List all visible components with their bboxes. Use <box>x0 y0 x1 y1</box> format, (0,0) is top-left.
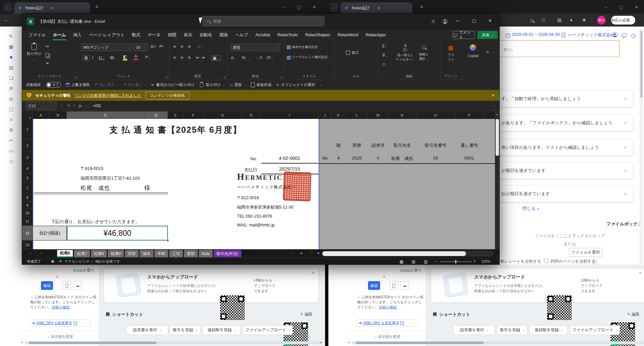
notification-item[interactable]: 払が期日を過ぎています› <box>489 186 633 202</box>
orientation-icon[interactable]: ⟋⌄ <box>197 44 203 49</box>
edit-shortcuts-button[interactable]: ✎編集 <box>627 311 640 317</box>
sheet-tab-松尾9[interactable]: 松尾9 <box>108 250 124 257</box>
rect-icon[interactable]: ▭ <box>9 148 13 153</box>
excel-search-box[interactable]: 検索 <box>202 16 324 26</box>
row-header-12[interactable]: 12 <box>22 226 33 241</box>
bold-button[interactable]: B <box>83 55 90 61</box>
column-header-O[interactable]: O <box>416 112 455 119</box>
scrollbar-thumb[interactable] <box>356 342 484 344</box>
ribbon-tab-挿入[interactable]: 挿入 <box>70 30 85 40</box>
column-header-C[interactable]: C <box>67 112 144 119</box>
formula-expand-icon[interactable]: ⌄ <box>493 104 495 107</box>
search-transaction-input[interactable]: さい。 <box>489 40 619 57</box>
more-sheets-icon[interactable]: ⋯ <box>289 251 293 255</box>
window-maximize-left[interactable]: ▢ <box>291 0 306 14</box>
chevron-right-icon[interactable]: › <box>625 190 626 196</box>
shortcut-button[interactable]: ファイルアップロード› <box>570 325 620 335</box>
align-top-icon[interactable]: ≡ <box>173 44 176 49</box>
mobile-button[interactable] <box>389 281 398 290</box>
account-icon[interactable] <box>443 19 448 25</box>
column-header-P[interactable]: P <box>455 112 484 119</box>
view-break-icon[interactable]: ▥ <box>424 259 427 264</box>
font-color-button[interactable]: A <box>134 54 138 60</box>
shortcut-button[interactable]: 取引を登録› <box>170 325 200 335</box>
dialog-launcher-icon[interactable]: ◿ <box>280 76 282 79</box>
row-header-7[interactable]: 7 <box>22 183 33 193</box>
underline-button[interactable]: U⌄ <box>99 55 104 60</box>
action-needed-button[interactable]: 対応が必要⋮ <box>611 16 635 25</box>
enable-content-button[interactable]: コンテンツの有効化 <box>145 92 189 99</box>
merge-center-button[interactable]: ▣⌄ <box>211 55 221 60</box>
sheet-tab-Asfa[interactable]: Asfa <box>199 250 213 257</box>
qat-more-icon[interactable]: ⌄ <box>320 83 322 87</box>
hscroll-left-icon[interactable]: ◀ <box>317 252 319 255</box>
column-header-J[interactable]: J <box>319 112 331 119</box>
row-header-8[interactable]: 8 <box>22 193 33 202</box>
zoom-level[interactable]: 115% <box>481 259 490 263</box>
close-warning-icon[interactable]: ✕ <box>492 93 495 98</box>
collapse-icon[interactable]: ∧ <box>383 274 385 279</box>
window-minimize-right[interactable]: ─ <box>598 0 613 14</box>
sheet-tab-松尾7[interactable]: 松尾7 <box>74 250 90 257</box>
font-size-select[interactable]: 16⌄ <box>134 44 148 51</box>
align-middle-icon[interactable]: ≡ <box>181 44 183 49</box>
shapes-button[interactable]: ▱図形⌄ <box>230 82 246 87</box>
sync-note-link[interactable]: 同期に関する留意事項↗ <box>30 319 91 327</box>
collapse-icon[interactable]: ∧ <box>56 274 58 279</box>
row-header-5[interactable]: 5 <box>22 173 33 183</box>
autosum-icon[interactable]: Σ⌄ <box>382 44 387 48</box>
folder-icon[interactable]: ❏ <box>9 76 13 80</box>
chat-icon[interactable] <box>622 33 627 39</box>
excel-close[interactable]: ✕ <box>488 18 492 23</box>
column-header-A[interactable]: A <box>33 112 49 119</box>
star-icon[interactable]: ☆ <box>541 17 546 23</box>
row-header-13[interactable]: 13 <box>22 241 33 249</box>
notification-item[interactable]: 良い項目があります。リストから確認しましょう› <box>489 139 633 156</box>
warning-link[interactable]: 詳細を確認 <box>379 305 397 309</box>
column-header-M[interactable]: M <box>368 112 388 119</box>
grid-corner[interactable]: ◢ <box>22 112 33 119</box>
align-center-icon[interactable]: ≡ <box>181 55 183 60</box>
chevron-right-icon[interactable]: › <box>625 95 626 101</box>
grow-font-icon[interactable]: A˄ <box>150 44 156 49</box>
sheet-tab-取引先(外注)[interactable]: 取引先(外注) <box>214 250 241 257</box>
chevron-right-icon[interactable]: › <box>625 144 626 150</box>
scrollbar-thumb[interactable] <box>640 31 643 98</box>
tab-search-chevron-left[interactable]: ⌄ <box>3 3 12 12</box>
user-icon[interactable] <box>612 32 617 39</box>
chevron-right-icon[interactable]: › <box>625 120 626 125</box>
tile-icon[interactable]: ■ <box>10 55 12 59</box>
ribbon-tab-ファイル[interactable]: ファイル <box>25 30 49 40</box>
ribbon-tab-開発[interactable]: 開発 <box>216 30 231 40</box>
find-select-button[interactable]: 検索と選択 ⌄ <box>419 44 429 61</box>
column-header-K[interactable]: K <box>331 112 346 119</box>
split-pdf-checkbox[interactable] <box>544 259 548 263</box>
reading-list-icon[interactable]: ▤ <box>557 17 561 23</box>
ribbon-tab-自動化[interactable]: 自動化 <box>196 30 216 40</box>
grid-icon[interactable]: ▦ <box>9 44 13 49</box>
page-scrollbar[interactable] <box>639 29 643 264</box>
column-header-B[interactable]: B <box>49 112 67 119</box>
search-icon[interactable]: ◎ <box>9 96 13 101</box>
tab-close-icon[interactable]: ✕ <box>377 6 380 10</box>
align-right-icon[interactable]: ≡ <box>188 55 191 60</box>
copy-icon[interactable] <box>46 52 49 58</box>
ribbon-tab-ホーム[interactable]: ホーム <box>49 30 70 40</box>
window-close-left[interactable]: ✕ <box>307 0 322 14</box>
scrollbar-thumb[interactable] <box>29 342 156 344</box>
dialog-launcher-icon[interactable]: ◿ <box>74 76 76 79</box>
row-header-9[interactable]: 9 <box>22 202 33 209</box>
ribbon-tab-校閲[interactable]: 校閲 <box>164 30 180 40</box>
notification-item[interactable]: す。「自動で経理」から登録しましょう› <box>489 91 633 107</box>
close-card-icon[interactable]: ✕ <box>312 271 315 275</box>
help-icon[interactable]: ? <box>631 32 636 38</box>
number-format-select[interactable]: 通貨⌄ <box>230 44 280 51</box>
list-icon[interactable]: ≡ <box>10 117 12 122</box>
align-bottom-icon[interactable]: ≡ <box>188 44 191 49</box>
ribbon-tab-RelaxWord[interactable]: RelaxWord <box>334 30 362 40</box>
browser-tab-left[interactable]: freee会計 ✕ <box>14 2 90 14</box>
copilot-icon[interactable] <box>470 44 476 51</box>
cloud-button[interactable]: ☁ <box>73 281 82 290</box>
cell-format-button[interactable]: 書式⌄ <box>346 50 363 55</box>
ribbon-tab-データ[interactable]: データ <box>144 30 164 40</box>
